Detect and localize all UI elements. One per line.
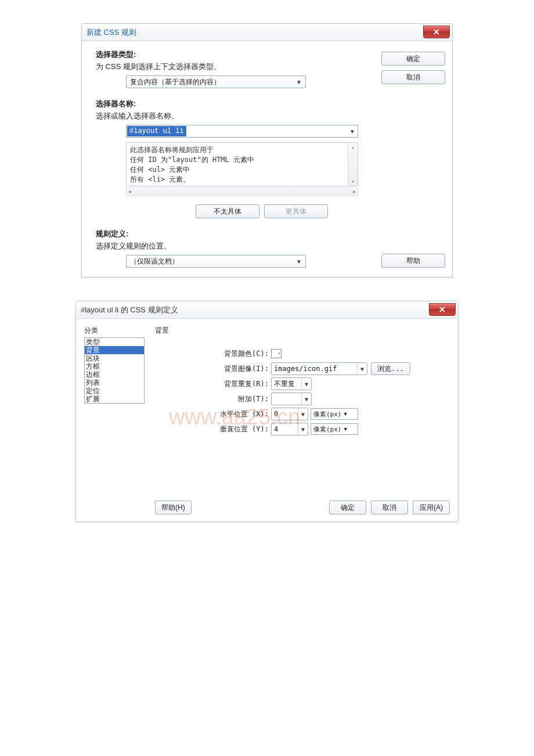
bg-posy-label: 垂直位置 (Y): bbox=[200, 424, 271, 434]
category-item-position[interactable]: 定位 bbox=[85, 387, 144, 395]
bg-image-label: 背景图像(I): bbox=[200, 364, 271, 374]
chevron-down-icon: ▼ bbox=[296, 258, 302, 265]
vertical-scrollbar[interactable]: ▴ ▾ bbox=[348, 143, 358, 186]
category-item-type[interactable]: 类型 bbox=[85, 338, 144, 346]
category-list[interactable]: 类型 背景 区块 方框 边框 列表 定位 扩展 bbox=[84, 337, 145, 404]
selector-type-label: 选择器类型: bbox=[96, 49, 381, 60]
help-button[interactable]: 帮助(H) bbox=[155, 501, 192, 514]
bg-posx-combobox[interactable]: 0 ▼ bbox=[271, 408, 308, 420]
close-icon: ✕ bbox=[433, 27, 440, 37]
bg-posx-unit-combobox[interactable]: 像素(px) ▼ bbox=[311, 408, 358, 420]
bg-repeat-label: 背景重复(R): bbox=[200, 379, 271, 389]
chevron-down-icon: ▼ bbox=[342, 426, 349, 432]
dialog-title: #layout ul li 的 CSS 规则定义 bbox=[81, 305, 178, 315]
bg-image-combobox[interactable]: images/icon.gif ▼ bbox=[271, 362, 367, 375]
bg-posy-unit-combobox[interactable]: 像素(px) ▼ bbox=[311, 423, 358, 435]
help-button[interactable]: 帮助 bbox=[381, 254, 445, 268]
bg-image-value: images/icon.gif bbox=[274, 365, 337, 373]
browse-button[interactable]: 浏览... bbox=[371, 362, 410, 375]
category-item-list[interactable]: 列表 bbox=[85, 379, 144, 387]
chevron-down-icon: ▼ bbox=[298, 408, 308, 420]
scroll-down-icon: ▾ bbox=[351, 178, 355, 185]
selector-explanation-box: 此选择器名称将规则应用于 任何 ID 为"layout"的 HTML 元素中 任… bbox=[126, 142, 358, 186]
category-item-background[interactable]: 背景 bbox=[85, 346, 144, 354]
scroll-left-icon: ◂ bbox=[128, 188, 131, 195]
bg-repeat-combobox[interactable]: 不重复 ▼ bbox=[271, 377, 312, 390]
bg-attach-label: 附加(T): bbox=[200, 394, 271, 404]
ok-button[interactable]: 确定 bbox=[381, 52, 445, 66]
category-item-box[interactable]: 方框 bbox=[85, 362, 144, 370]
chevron-down-icon: ▼ bbox=[349, 128, 355, 135]
chevron-down-icon: ▼ bbox=[301, 378, 311, 390]
horizontal-scrollbar[interactable]: ◂ ▸ bbox=[126, 186, 358, 196]
titlebar[interactable]: #layout ul li 的 CSS 规则定义 ✕ bbox=[76, 301, 458, 319]
selector-name-combobox[interactable]: #layout ul li ▼ bbox=[126, 125, 358, 138]
close-icon: ✕ bbox=[439, 305, 446, 314]
new-css-rule-dialog: 新建 CSS 规则 ✕ www.aa25.cn 选择器类型: 为 CSS 规则选… bbox=[81, 23, 453, 278]
unit-value: 像素(px) bbox=[313, 425, 342, 434]
cancel-button[interactable]: 取消 bbox=[381, 70, 445, 84]
chevron-down-icon: ▾ bbox=[278, 351, 280, 356]
selector-type-dropdown[interactable]: 复合内容（基于选择的内容） ▼ bbox=[126, 75, 306, 88]
explain-line: 所有 <li> 元素。 bbox=[130, 175, 354, 185]
titlebar[interactable]: 新建 CSS 规则 ✕ bbox=[82, 24, 452, 41]
category-label: 分类 bbox=[84, 326, 145, 336]
chevron-down-icon: ▼ bbox=[357, 363, 367, 375]
bg-posx-value: 0 bbox=[274, 410, 278, 418]
bg-posx-label: 水平位置 (X): bbox=[200, 409, 271, 419]
more-specific-button[interactable]: 更具体 bbox=[264, 204, 328, 218]
selector-type-value: 复合内容（基于选择的内容） bbox=[130, 77, 221, 87]
rule-definition-value: （仅限该文档） bbox=[130, 257, 179, 267]
unit-value: 像素(px) bbox=[313, 410, 342, 419]
category-item-block[interactable]: 区块 bbox=[85, 354, 144, 362]
selector-name-desc: 选择或输入选择器名称。 bbox=[96, 111, 381, 121]
category-item-border[interactable]: 边框 bbox=[85, 370, 144, 379]
bg-repeat-value: 不重复 bbox=[274, 379, 295, 389]
selector-type-desc: 为 CSS 规则选择上下文选择器类型。 bbox=[96, 62, 381, 72]
chevron-down-icon: ▼ bbox=[298, 423, 308, 435]
scroll-up-icon: ▴ bbox=[351, 144, 355, 150]
explain-line: 任何 ID 为"layout"的 HTML 元素中 bbox=[130, 155, 354, 165]
rule-definition-desc: 选择定义规则的位置。 bbox=[96, 241, 381, 251]
chevron-down-icon: ▼ bbox=[342, 411, 349, 417]
apply-button[interactable]: 应用(A) bbox=[413, 501, 450, 514]
scroll-right-icon: ▸ bbox=[353, 188, 356, 195]
close-button[interactable]: ✕ bbox=[429, 303, 456, 316]
cancel-button[interactable]: 取消 bbox=[371, 501, 408, 514]
bg-color-picker[interactable]: ▾ bbox=[271, 349, 282, 358]
bg-posy-combobox[interactable]: 4 ▼ bbox=[271, 423, 308, 435]
less-specific-button[interactable]: 不太具体 bbox=[196, 204, 259, 218]
category-item-extension[interactable]: 扩展 bbox=[85, 395, 144, 403]
chevron-down-icon: ▼ bbox=[301, 393, 311, 405]
chevron-down-icon: ▼ bbox=[296, 79, 302, 85]
dialog-title: 新建 CSS 规则 bbox=[86, 27, 136, 38]
explain-line: 此选择器名称将规则应用于 bbox=[130, 145, 354, 155]
panel-title: 背景 bbox=[155, 326, 450, 336]
explain-line: 任何 <ul> 元素中 bbox=[130, 165, 354, 175]
bg-posy-value: 4 bbox=[274, 425, 278, 433]
rule-definition-label: 规则定义: bbox=[96, 229, 381, 239]
bg-color-label: 背景颜色(C): bbox=[200, 349, 271, 359]
css-rule-definition-dialog: #layout ul li 的 CSS 规则定义 ✕ www.aa25.cn 分… bbox=[75, 301, 459, 522]
ok-button[interactable]: 确定 bbox=[329, 501, 366, 514]
selector-name-value: #layout ul li bbox=[127, 126, 186, 136]
bg-attach-combobox[interactable]: ▼ bbox=[271, 393, 312, 405]
rule-definition-dropdown[interactable]: （仅限该文档） ▼ bbox=[126, 255, 306, 268]
close-button[interactable]: ✕ bbox=[423, 26, 450, 38]
selector-name-label: 选择器名称: bbox=[96, 99, 381, 109]
